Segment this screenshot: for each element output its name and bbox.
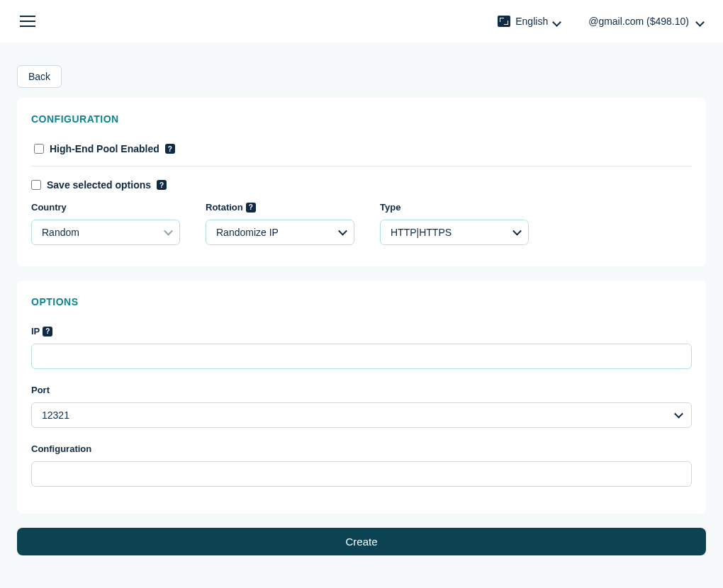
configuration-field: Configuration <box>31 443 692 487</box>
type-label: Type <box>380 202 529 213</box>
chevron-down-icon <box>696 18 703 25</box>
header-right: English @gmail.com ($498.10) <box>498 16 703 27</box>
save-options-row: Save selected options ? <box>31 179 692 191</box>
language-label: English <box>515 16 548 27</box>
rotation-field: Rotation ? Randomize IP <box>206 202 354 245</box>
save-options-label: Save selected options <box>47 179 151 191</box>
rotation-label: Rotation ? <box>206 202 354 213</box>
translate-icon <box>498 16 510 27</box>
help-icon[interactable]: ? <box>43 327 52 337</box>
help-icon[interactable]: ? <box>246 203 256 213</box>
ip-label: IP ? <box>31 326 692 337</box>
help-icon[interactable]: ? <box>165 144 175 154</box>
configuration-card: CONFIGURATION High-End Pool Enabled ? Sa… <box>17 98 706 266</box>
divider <box>31 166 692 166</box>
save-options-checkbox[interactable] <box>31 180 41 190</box>
ip-field: IP ? <box>31 326 692 369</box>
help-icon[interactable]: ? <box>157 180 167 190</box>
rotation-select[interactable]: Randomize IP <box>206 220 354 245</box>
language-switcher[interactable]: English <box>498 16 560 27</box>
menu-icon[interactable] <box>20 16 37 27</box>
back-button[interactable]: Back <box>17 65 62 88</box>
user-menu[interactable]: @gmail.com ($498.10) <box>588 16 703 27</box>
country-field: Country Random <box>31 202 180 245</box>
user-email-label: @gmail.com ($498.10) <box>588 16 689 27</box>
port-field: Port 12321 <box>31 385 692 428</box>
header: English @gmail.com ($498.10) <box>0 0 723 43</box>
country-label: Country <box>31 202 180 213</box>
configuration-title: CONFIGURATION <box>31 113 692 125</box>
options-title: OPTIONS <box>31 296 692 307</box>
back-button-label: Back <box>28 71 50 82</box>
ip-input[interactable] <box>31 344 692 369</box>
configuration-label: Configuration <box>31 443 692 454</box>
create-button-label: Create <box>345 536 377 548</box>
options-card: OPTIONS IP ? Port 12321 Configuration <box>17 281 706 514</box>
create-button[interactable]: Create <box>17 528 706 555</box>
highend-pool-row: High-End Pool Enabled ? <box>34 143 692 154</box>
chevron-down-icon <box>553 18 560 25</box>
content: Back CONFIGURATION High-End Pool Enabled… <box>0 43 723 570</box>
country-select[interactable]: Random <box>31 220 180 245</box>
highend-pool-checkbox[interactable] <box>34 144 44 154</box>
config-fields: Country Random Rotation ? Randomize IP <box>31 202 692 245</box>
type-select[interactable]: HTTP|HTTPS <box>380 220 529 245</box>
configuration-input[interactable] <box>31 461 692 487</box>
type-field: Type HTTP|HTTPS <box>380 202 529 245</box>
country-value: Random <box>42 227 79 238</box>
highend-pool-label: High-End Pool Enabled <box>50 143 159 154</box>
port-label: Port <box>31 385 692 395</box>
port-select[interactable]: 12321 <box>31 402 692 428</box>
